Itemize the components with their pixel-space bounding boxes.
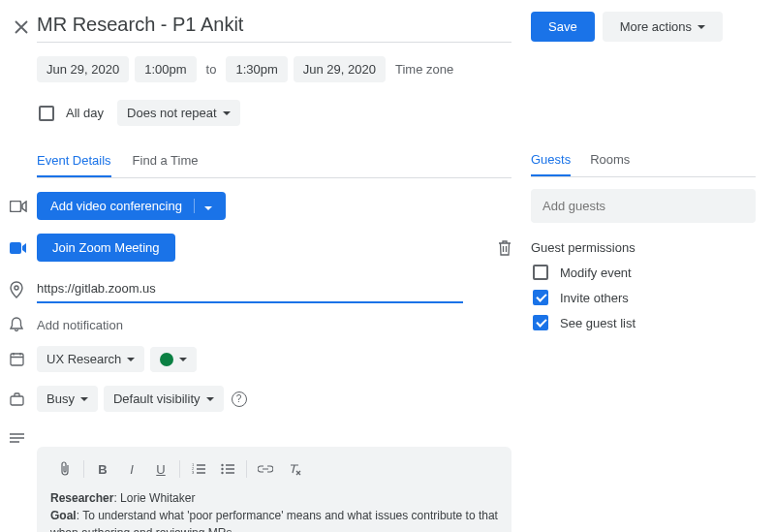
event-title-input[interactable] bbox=[37, 12, 512, 43]
calendar-select[interactable]: UX Research bbox=[37, 346, 144, 372]
end-time-chip[interactable]: 1:30pm bbox=[226, 56, 287, 82]
availability-select[interactable]: Busy bbox=[37, 386, 98, 412]
numbered-list-icon[interactable]: 123 bbox=[184, 456, 213, 482]
svg-rect-1 bbox=[10, 242, 21, 254]
save-button[interactable]: Save bbox=[531, 12, 595, 42]
description-editor[interactable]: B I U 123 Researcher: Lorie Whitaker Goa… bbox=[37, 447, 512, 532]
briefcase-icon bbox=[10, 392, 37, 406]
svg-rect-3 bbox=[11, 354, 23, 365]
start-time-chip[interactable]: 1:00pm bbox=[135, 56, 196, 82]
guest-permissions-title: Guest permissions bbox=[531, 240, 756, 255]
bell-icon bbox=[10, 317, 37, 332]
svg-rect-0 bbox=[11, 201, 21, 211]
svg-point-8 bbox=[221, 464, 223, 466]
see-guest-list-checkbox[interactable] bbox=[533, 315, 548, 330]
italic-icon[interactable]: I bbox=[117, 456, 146, 482]
allday-checkbox[interactable] bbox=[39, 106, 54, 121]
bullet-list-icon[interactable] bbox=[213, 456, 242, 482]
tab-event-details[interactable]: Event Details bbox=[37, 145, 111, 177]
tab-find-time[interactable]: Find a Time bbox=[133, 145, 199, 177]
video-icon bbox=[10, 201, 37, 212]
svg-point-9 bbox=[221, 468, 223, 470]
location-input[interactable] bbox=[37, 275, 463, 303]
svg-rect-4 bbox=[11, 396, 23, 405]
allday-label: All day bbox=[66, 106, 104, 120]
more-actions-button[interactable]: More actions bbox=[603, 12, 723, 42]
clear-format-icon[interactable] bbox=[280, 456, 309, 482]
color-select[interactable] bbox=[150, 347, 197, 372]
tab-rooms[interactable]: Rooms bbox=[590, 144, 630, 176]
start-date-chip[interactable]: Jun 29, 2020 bbox=[37, 56, 129, 82]
description-icon bbox=[10, 433, 37, 443]
zoom-icon bbox=[10, 242, 37, 254]
location-icon bbox=[10, 281, 37, 298]
visibility-select[interactable]: Default visibility bbox=[104, 386, 224, 412]
attach-icon[interactable] bbox=[50, 456, 79, 482]
add-guests-input[interactable] bbox=[531, 189, 756, 223]
join-zoom-button[interactable]: Join Zoom Meeting bbox=[37, 234, 175, 262]
underline-icon[interactable]: U bbox=[146, 456, 175, 482]
close-icon[interactable] bbox=[10, 16, 33, 39]
add-notification-link[interactable]: Add notification bbox=[37, 318, 123, 332]
end-date-chip[interactable]: Jun 29, 2020 bbox=[294, 56, 386, 82]
see-guest-list-label: See guest list bbox=[560, 316, 636, 330]
svg-point-10 bbox=[221, 472, 223, 474]
add-video-conf-button[interactable]: Add video conferencing bbox=[37, 192, 226, 220]
svg-text:3: 3 bbox=[192, 470, 195, 475]
modify-event-checkbox[interactable] bbox=[533, 265, 548, 280]
to-label: to bbox=[206, 62, 217, 77]
help-icon[interactable]: ? bbox=[232, 391, 247, 407]
tab-guests[interactable]: Guests bbox=[531, 144, 571, 176]
invite-others-checkbox[interactable] bbox=[533, 290, 548, 305]
modify-event-label: Modify event bbox=[560, 266, 632, 280]
link-icon[interactable] bbox=[251, 456, 280, 482]
bold-icon[interactable]: B bbox=[88, 456, 117, 482]
invite-others-label: Invite others bbox=[560, 291, 629, 305]
timezone-link[interactable]: Time zone bbox=[395, 62, 453, 77]
svg-point-2 bbox=[15, 286, 18, 290]
repeat-select[interactable]: Does not repeat bbox=[117, 100, 240, 126]
trash-icon[interactable] bbox=[498, 240, 512, 256]
calendar-icon bbox=[10, 352, 37, 366]
